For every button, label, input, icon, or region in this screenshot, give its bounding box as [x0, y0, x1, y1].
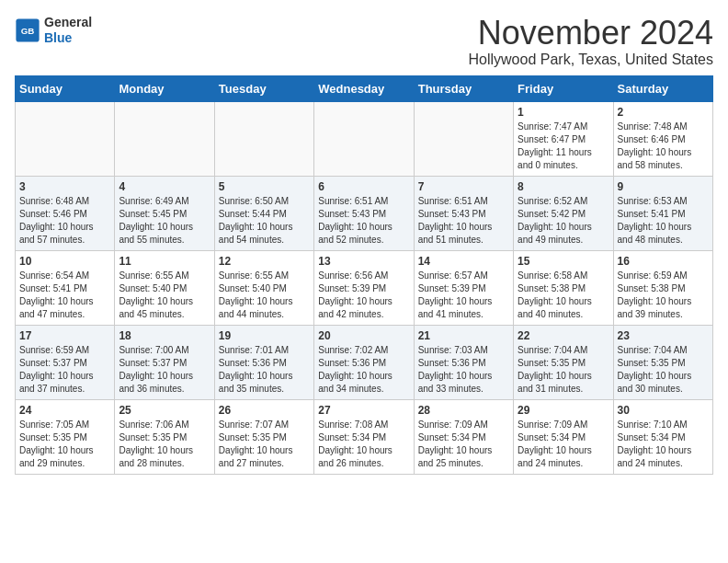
day-info: Sunrise: 6:50 AM Sunset: 5:44 PM Dayligh… — [219, 195, 310, 247]
calendar-cell: 16Sunrise: 6:59 AM Sunset: 5:38 PM Dayli… — [613, 250, 712, 325]
day-info: Sunrise: 6:53 AM Sunset: 5:41 PM Dayligh… — [618, 195, 709, 247]
day-info: Sunrise: 7:09 AM Sunset: 5:34 PM Dayligh… — [418, 419, 509, 470]
calendar-cell — [314, 101, 414, 176]
calendar-cell: 8Sunrise: 6:52 AM Sunset: 5:42 PM Daylig… — [514, 176, 613, 250]
day-header-thursday: Thursday — [414, 75, 513, 101]
day-number: 7 — [418, 180, 509, 193]
calendar-week-row: 10Sunrise: 6:54 AM Sunset: 5:41 PM Dayli… — [16, 250, 713, 325]
day-header-friday: Friday — [514, 75, 613, 101]
day-number: 24 — [19, 404, 110, 417]
day-number: 5 — [219, 180, 310, 193]
day-header-tuesday: Tuesday — [214, 75, 313, 101]
day-number: 13 — [318, 255, 409, 268]
day-info: Sunrise: 6:59 AM Sunset: 5:37 PM Dayligh… — [19, 344, 110, 396]
day-header-sunday: Sunday — [16, 75, 115, 101]
page-header: GB General Blue November 2024 Hollywood … — [15, 15, 713, 68]
day-info: Sunrise: 7:47 AM Sunset: 6:47 PM Dayligh… — [518, 121, 609, 172]
day-number: 17 — [19, 329, 110, 342]
calendar-cell — [16, 101, 115, 176]
calendar-cell: 20Sunrise: 7:02 AM Sunset: 5:36 PM Dayli… — [314, 325, 414, 399]
calendar-cell: 3Sunrise: 6:48 AM Sunset: 5:46 PM Daylig… — [16, 176, 115, 250]
calendar-cell: 13Sunrise: 6:56 AM Sunset: 5:39 PM Dayli… — [314, 250, 414, 325]
day-number: 20 — [318, 329, 409, 342]
day-info: Sunrise: 7:07 AM Sunset: 5:35 PM Dayligh… — [219, 419, 310, 470]
day-number: 14 — [418, 255, 509, 268]
calendar-cell: 26Sunrise: 7:07 AM Sunset: 5:35 PM Dayli… — [214, 399, 313, 474]
day-number: 2 — [618, 106, 709, 119]
calendar-cell: 25Sunrise: 7:06 AM Sunset: 5:35 PM Dayli… — [115, 399, 214, 474]
calendar: SundayMondayTuesdayWednesdayThursdayFrid… — [15, 75, 713, 475]
day-info: Sunrise: 6:49 AM Sunset: 5:45 PM Dayligh… — [119, 195, 210, 247]
calendar-cell: 10Sunrise: 6:54 AM Sunset: 5:41 PM Dayli… — [16, 250, 115, 325]
calendar-cell: 7Sunrise: 6:51 AM Sunset: 5:43 PM Daylig… — [414, 176, 513, 250]
day-number: 11 — [119, 255, 210, 268]
logo-general: General — [44, 15, 92, 30]
day-info: Sunrise: 7:08 AM Sunset: 5:34 PM Dayligh… — [318, 419, 409, 470]
day-number: 29 — [518, 404, 609, 417]
day-number: 4 — [119, 180, 210, 193]
day-info: Sunrise: 7:04 AM Sunset: 5:35 PM Dayligh… — [518, 344, 609, 396]
day-info: Sunrise: 7:09 AM Sunset: 5:34 PM Dayligh… — [518, 419, 609, 470]
day-number: 21 — [418, 329, 509, 342]
day-number: 25 — [119, 404, 210, 417]
day-info: Sunrise: 7:06 AM Sunset: 5:35 PM Dayligh… — [119, 419, 210, 470]
calendar-week-row: 24Sunrise: 7:05 AM Sunset: 5:35 PM Dayli… — [16, 399, 713, 474]
day-info: Sunrise: 6:55 AM Sunset: 5:40 PM Dayligh… — [219, 270, 310, 321]
day-number: 9 — [618, 180, 709, 193]
calendar-week-row: 17Sunrise: 6:59 AM Sunset: 5:37 PM Dayli… — [16, 325, 713, 399]
calendar-cell: 28Sunrise: 7:09 AM Sunset: 5:34 PM Dayli… — [414, 399, 513, 474]
day-header-monday: Monday — [115, 75, 214, 101]
day-info: Sunrise: 6:54 AM Sunset: 5:41 PM Dayligh… — [19, 270, 110, 321]
calendar-cell: 5Sunrise: 6:50 AM Sunset: 5:44 PM Daylig… — [214, 176, 313, 250]
day-number: 30 — [618, 404, 709, 417]
day-info: Sunrise: 7:04 AM Sunset: 5:35 PM Dayligh… — [618, 344, 709, 396]
calendar-cell: 12Sunrise: 6:55 AM Sunset: 5:40 PM Dayli… — [214, 250, 313, 325]
calendar-cell: 19Sunrise: 7:01 AM Sunset: 5:36 PM Dayli… — [214, 325, 313, 399]
day-number: 10 — [19, 255, 110, 268]
calendar-cell: 2Sunrise: 7:48 AM Sunset: 6:46 PM Daylig… — [613, 101, 712, 176]
day-number: 12 — [219, 255, 310, 268]
day-number: 16 — [618, 255, 709, 268]
calendar-cell: 29Sunrise: 7:09 AM Sunset: 5:34 PM Dayli… — [514, 399, 613, 474]
day-info: Sunrise: 7:01 AM Sunset: 5:36 PM Dayligh… — [219, 344, 310, 396]
day-number: 28 — [418, 404, 509, 417]
calendar-cell: 21Sunrise: 7:03 AM Sunset: 5:36 PM Dayli… — [414, 325, 513, 399]
calendar-cell: 18Sunrise: 7:00 AM Sunset: 5:37 PM Dayli… — [115, 325, 214, 399]
day-number: 27 — [318, 404, 409, 417]
calendar-cell: 24Sunrise: 7:05 AM Sunset: 5:35 PM Dayli… — [16, 399, 115, 474]
day-info: Sunrise: 6:51 AM Sunset: 5:43 PM Dayligh… — [418, 195, 509, 247]
logo-icon: GB — [15, 17, 40, 43]
day-info: Sunrise: 6:52 AM Sunset: 5:42 PM Dayligh… — [518, 195, 609, 247]
day-info: Sunrise: 6:59 AM Sunset: 5:38 PM Dayligh… — [618, 270, 709, 321]
day-info: Sunrise: 6:55 AM Sunset: 5:40 PM Dayligh… — [119, 270, 210, 321]
day-number: 1 — [518, 106, 609, 119]
day-info: Sunrise: 7:48 AM Sunset: 6:46 PM Dayligh… — [618, 121, 709, 172]
calendar-cell: 1Sunrise: 7:47 AM Sunset: 6:47 PM Daylig… — [514, 101, 613, 176]
day-number: 15 — [518, 255, 609, 268]
day-number: 23 — [618, 329, 709, 342]
day-number: 22 — [518, 329, 609, 342]
calendar-header-row: SundayMondayTuesdayWednesdayThursdayFrid… — [16, 75, 713, 101]
day-info: Sunrise: 7:02 AM Sunset: 5:36 PM Dayligh… — [318, 344, 409, 396]
day-number: 18 — [119, 329, 210, 342]
calendar-cell: 22Sunrise: 7:04 AM Sunset: 5:35 PM Dayli… — [514, 325, 613, 399]
location: Hollywood Park, Texas, United States — [469, 52, 714, 68]
calendar-week-row: 1Sunrise: 7:47 AM Sunset: 6:47 PM Daylig… — [16, 101, 713, 176]
day-info: Sunrise: 6:57 AM Sunset: 5:39 PM Dayligh… — [418, 270, 509, 321]
logo-text: General Blue — [44, 15, 92, 46]
calendar-cell: 11Sunrise: 6:55 AM Sunset: 5:40 PM Dayli… — [115, 250, 214, 325]
calendar-cell: 17Sunrise: 6:59 AM Sunset: 5:37 PM Dayli… — [16, 325, 115, 399]
calendar-cell: 30Sunrise: 7:10 AM Sunset: 5:34 PM Dayli… — [613, 399, 712, 474]
calendar-cell: 23Sunrise: 7:04 AM Sunset: 5:35 PM Dayli… — [613, 325, 712, 399]
day-info: Sunrise: 7:10 AM Sunset: 5:34 PM Dayligh… — [618, 419, 709, 470]
logo-blue: Blue — [44, 30, 92, 46]
calendar-cell — [214, 101, 313, 176]
day-info: Sunrise: 6:56 AM Sunset: 5:39 PM Dayligh… — [318, 270, 409, 321]
calendar-cell — [414, 101, 513, 176]
day-info: Sunrise: 7:00 AM Sunset: 5:37 PM Dayligh… — [119, 344, 210, 396]
calendar-cell: 6Sunrise: 6:51 AM Sunset: 5:43 PM Daylig… — [314, 176, 414, 250]
day-number: 26 — [219, 404, 310, 417]
title-block: November 2024 Hollywood Park, Texas, Uni… — [469, 15, 714, 68]
day-info: Sunrise: 7:05 AM Sunset: 5:35 PM Dayligh… — [19, 419, 110, 470]
day-number: 3 — [19, 180, 110, 193]
